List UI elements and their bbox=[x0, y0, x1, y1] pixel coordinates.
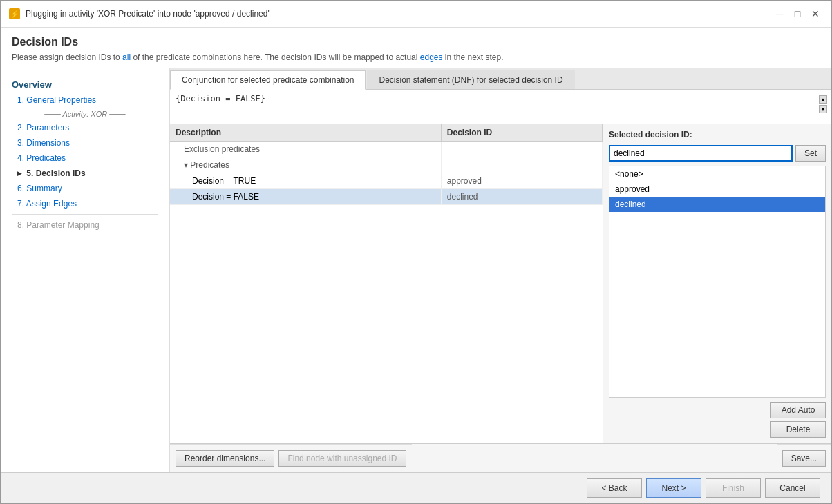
title-bar-left: ⚡ Plugging in activity 'XOR Predicate' i… bbox=[9, 8, 270, 19]
sidebar-item-decision-ids[interactable]: ▸ 5. Decision IDs bbox=[1, 166, 169, 181]
window-icon: ⚡ bbox=[9, 8, 20, 19]
content-area: Overview 1. General Properties ─── Activ… bbox=[1, 68, 831, 472]
sidebar-item-general-properties[interactable]: 1. General Properties bbox=[1, 93, 169, 108]
find-node-button[interactable]: Find node with unassigned ID bbox=[278, 450, 406, 467]
page-title: Decision IDs bbox=[12, 36, 820, 48]
table-container: Description Decision ID Exclusion predic… bbox=[170, 124, 603, 443]
row-description-true: Decision = TRUE bbox=[170, 173, 441, 189]
row-description-false: Decision = FALSE bbox=[170, 189, 441, 205]
sidebar-category-xor: ─── Activity: XOR ─── bbox=[1, 108, 169, 120]
formula-text: {Decision = FALSE} bbox=[176, 94, 817, 104]
sidebar-item-label: 4. Predicates bbox=[17, 153, 66, 163]
sidebar-item-parameter-mapping: 8. Parameter Mapping bbox=[1, 217, 169, 233]
back-button[interactable]: < Back bbox=[587, 478, 642, 498]
sidebar-item-parameters[interactable]: 2. Parameters bbox=[1, 120, 169, 135]
sidebar-item-label: 1. General Properties bbox=[17, 95, 96, 105]
tab-bar: Conjunction for selected predicate combi… bbox=[170, 68, 831, 90]
main-panel: Conjunction for selected predicate combi… bbox=[170, 68, 831, 472]
desc-highlight1: all bbox=[122, 52, 131, 62]
minimize-button[interactable]: ─ bbox=[772, 6, 787, 21]
sidebar-item-label: 3. Dimensions bbox=[17, 138, 70, 148]
table-and-panel: Description Decision ID Exclusion predic… bbox=[170, 124, 831, 443]
sidebar-item-label: 8. Parameter Mapping bbox=[17, 220, 100, 230]
decision-id-list: <none> approved declined bbox=[609, 166, 826, 398]
table-row[interactable]: ▾ Predicates bbox=[170, 157, 603, 173]
bottom-buttons-left: Reorder dimensions... Find node with una… bbox=[170, 444, 412, 472]
row-decision-id-declined: declined bbox=[441, 189, 602, 205]
decision-table: Description Decision ID Exclusion predic… bbox=[170, 124, 603, 205]
decision-id-item-none[interactable]: <none> bbox=[609, 166, 825, 182]
save-button[interactable]: Save... bbox=[782, 450, 826, 467]
page-header: Decision IDs Please assign decision IDs … bbox=[1, 28, 831, 68]
desc-part2: of the predicate combinations here. The … bbox=[131, 52, 420, 62]
sidebar: Overview 1. General Properties ─── Activ… bbox=[1, 68, 170, 472]
desc-highlight2: edges bbox=[420, 52, 443, 62]
decision-id-item-declined[interactable]: declined bbox=[609, 197, 825, 212]
add-auto-button[interactable]: Add Auto bbox=[770, 402, 826, 418]
selected-decision-id-label: Selected decision ID: bbox=[609, 130, 826, 139]
arrow-icon: ▸ bbox=[17, 168, 23, 178]
sidebar-heading: Overview bbox=[1, 74, 169, 93]
predicates-group-id bbox=[441, 157, 602, 173]
tab-conjunction-label: Conjunction for selected predicate combi… bbox=[182, 75, 354, 85]
tab-decision-statement-label: Decision statement (DNF) for selected de… bbox=[379, 75, 562, 85]
sidebar-item-label: 7. Assign Edges bbox=[17, 199, 77, 209]
table-row[interactable]: Exclusion predicates bbox=[170, 142, 603, 157]
col-header-decision-id: Decision ID bbox=[441, 124, 602, 142]
right-panel: Selected decision ID: declined Set <none… bbox=[603, 124, 831, 443]
sidebar-item-dimensions[interactable]: 3. Dimensions bbox=[1, 135, 169, 151]
table-row[interactable]: Decision = TRUE approved bbox=[170, 173, 603, 189]
predicates-group-label: ▾ Predicates bbox=[170, 157, 441, 173]
sidebar-divider bbox=[12, 214, 158, 215]
selected-decision-id-input[interactable]: declined bbox=[609, 145, 793, 162]
page-description: Please assign decision IDs to all of the… bbox=[12, 52, 820, 62]
right-panel-action-buttons: Add Auto Delete bbox=[609, 402, 826, 438]
close-button[interactable]: ✕ bbox=[808, 6, 823, 21]
next-button[interactable]: Next > bbox=[646, 478, 701, 498]
right-panel-input-row: declined Set bbox=[609, 145, 826, 162]
window-title: Plugging in activity 'XOR Predicate' int… bbox=[26, 9, 270, 19]
sidebar-item-label: 5. Decision IDs bbox=[26, 168, 85, 178]
cancel-button[interactable]: Cancel bbox=[765, 478, 820, 498]
formula-area: {Decision = FALSE} ▲ ▼ bbox=[170, 90, 831, 124]
set-button[interactable]: Set bbox=[795, 145, 826, 162]
desc-part1: Please assign decision IDs to bbox=[12, 52, 122, 62]
decision-id-item-approved-label: approved bbox=[615, 184, 650, 194]
decision-id-item-none-label: <none> bbox=[615, 169, 643, 179]
title-controls: ─ □ ✕ bbox=[772, 6, 823, 21]
exclusion-predicates-id bbox=[441, 142, 602, 157]
formula-scrollbar: ▲ ▼ bbox=[817, 94, 826, 115]
row-decision-id-approved: approved bbox=[441, 173, 602, 189]
tab-conjunction[interactable]: Conjunction for selected predicate combi… bbox=[170, 70, 366, 90]
maximize-button[interactable]: □ bbox=[790, 6, 805, 21]
col-header-description: Description bbox=[170, 124, 441, 142]
sidebar-item-predicates[interactable]: 4. Predicates bbox=[1, 151, 169, 166]
sidebar-item-label: 2. Parameters bbox=[17, 123, 69, 133]
decision-id-item-approved[interactable]: approved bbox=[609, 182, 825, 197]
reorder-dimensions-button[interactable]: Reorder dimensions... bbox=[176, 450, 274, 467]
main-window: ⚡ Plugging in activity 'XOR Predicate' i… bbox=[0, 0, 832, 504]
scroll-down-btn[interactable]: ▼ bbox=[819, 105, 827, 113]
sidebar-item-summary[interactable]: 6. Summary bbox=[1, 181, 169, 196]
scroll-up-btn[interactable]: ▲ bbox=[819, 95, 827, 104]
finish-button[interactable]: Finish bbox=[706, 478, 761, 498]
bottom-row: Reorder dimensions... Find node with una… bbox=[170, 443, 831, 472]
decision-id-item-declined-label: declined bbox=[615, 200, 646, 209]
delete-button[interactable]: Delete bbox=[770, 421, 826, 438]
sidebar-item-label: 6. Summary bbox=[17, 184, 62, 193]
desc-part3: in the next step. bbox=[443, 52, 504, 62]
table-row[interactable]: Decision = FALSE declined bbox=[170, 189, 603, 205]
bottom-buttons-right: Save... bbox=[777, 444, 831, 472]
exclusion-predicates-label: Exclusion predicates bbox=[170, 142, 441, 157]
tab-decision-statement[interactable]: Decision statement (DNF) for selected de… bbox=[367, 70, 574, 89]
sidebar-item-assign-edges[interactable]: 7. Assign Edges bbox=[1, 196, 169, 211]
footer: < Back Next > Finish Cancel bbox=[1, 472, 831, 503]
title-bar: ⚡ Plugging in activity 'XOR Predicate' i… bbox=[1, 1, 831, 28]
